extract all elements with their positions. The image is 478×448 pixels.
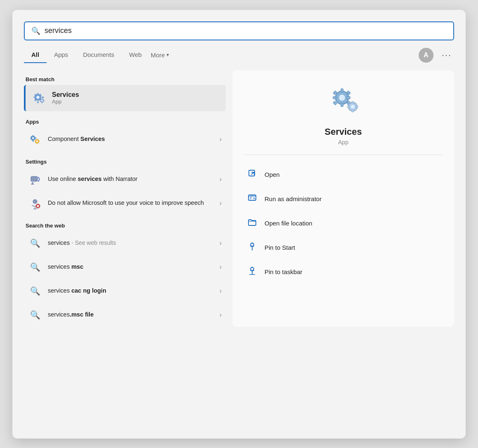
search-icon-1: 🔍 xyxy=(28,236,42,250)
action-open-label: Open xyxy=(265,171,280,178)
action-pin-start-label: Pin to Start xyxy=(265,244,295,251)
svg-point-48 xyxy=(351,105,355,109)
settings-section-label: Settings xyxy=(26,159,226,165)
user-avatar[interactable]: A xyxy=(419,48,433,63)
svg-rect-30 xyxy=(31,184,34,185)
svg-rect-26 xyxy=(35,141,36,141)
rp-title: Services xyxy=(325,127,362,137)
svg-point-38 xyxy=(339,94,345,101)
tab-all[interactable]: All xyxy=(24,48,47,63)
web-search-cacng-item[interactable]: 🔍 services cac ng login › xyxy=(24,279,226,303)
svg-rect-18 xyxy=(33,135,33,137)
chevron-right-icon: › xyxy=(220,136,222,143)
open-icon xyxy=(246,169,258,180)
svg-rect-5 xyxy=(42,96,44,98)
search-bar: 🔍 xyxy=(24,21,454,40)
svg-rect-28 xyxy=(31,176,37,181)
svg-rect-2 xyxy=(37,93,39,95)
svg-point-17 xyxy=(32,137,34,139)
search-input[interactable] xyxy=(45,26,447,35)
apps-section-label: Apps xyxy=(26,119,226,125)
action-pin-taskbar[interactable]: Pin to taskbar xyxy=(244,260,443,284)
tab-more[interactable]: More ▾ xyxy=(149,48,176,63)
svg-rect-13 xyxy=(42,102,42,103)
pin-start-icon xyxy=(246,242,258,253)
action-open-file-location-label: Open file location xyxy=(265,220,312,227)
svg-rect-41 xyxy=(333,96,337,99)
folder-icon xyxy=(246,218,258,229)
voice-privacy-text: Do not allow Microsoft to use your voice… xyxy=(48,199,214,207)
rp-actions: Open Run as administrator xyxy=(244,162,443,284)
tab-web[interactable]: Web xyxy=(122,48,149,63)
action-open-file-location[interactable]: Open file location xyxy=(244,211,443,235)
search-panel: 🔍 All Apps Documents Web More ▾ A ··· xyxy=(12,10,466,439)
action-open[interactable]: Open xyxy=(244,162,443,187)
admin-icon xyxy=(246,193,258,204)
svg-rect-4 xyxy=(34,96,36,98)
chevron-right-icon-6: › xyxy=(220,287,222,295)
chevron-down-icon: ▾ xyxy=(166,52,169,58)
options-button[interactable]: ··· xyxy=(439,48,454,62)
web-search-msc-text: services msc xyxy=(48,263,214,271)
svg-rect-50 xyxy=(352,109,354,112)
svg-rect-51 xyxy=(347,106,350,108)
voice-icon xyxy=(28,196,42,210)
left-panel: Best match xyxy=(24,70,226,327)
web-search-mscfile-item[interactable]: 🔍 services.msc file › xyxy=(24,303,226,327)
tab-apps[interactable]: Apps xyxy=(47,48,75,63)
chevron-right-icon-4: › xyxy=(220,239,222,247)
chevron-right-icon-5: › xyxy=(220,263,222,271)
svg-rect-49 xyxy=(352,101,354,104)
action-run-admin[interactable]: Run as administrator xyxy=(244,187,443,211)
chevron-right-icon-2: › xyxy=(220,176,222,183)
best-match-label: Best match xyxy=(26,76,226,82)
component-services-text: Component Services xyxy=(48,135,214,143)
svg-point-23 xyxy=(36,140,38,142)
svg-rect-15 xyxy=(43,100,45,101)
search-icon-2: 🔍 xyxy=(28,260,42,274)
rp-sub: App xyxy=(338,139,349,145)
search-icon-4: 🔍 xyxy=(28,308,42,322)
svg-rect-12 xyxy=(42,98,42,99)
web-search-mscfile-text: services.msc file xyxy=(48,310,214,319)
main-content: Best match xyxy=(24,70,454,327)
svg-rect-39 xyxy=(341,89,343,92)
action-pin-taskbar-label: Pin to taskbar xyxy=(265,268,302,275)
component-services-item[interactable]: Component Services › xyxy=(24,127,226,151)
action-run-admin-label: Run as administrator xyxy=(265,195,321,202)
narrator-icon xyxy=(28,172,42,186)
svg-point-1 xyxy=(37,96,40,99)
svg-rect-53 xyxy=(249,170,255,176)
svg-rect-52 xyxy=(356,106,358,108)
voice-privacy-item[interactable]: Do not allow Microsoft to use your voice… xyxy=(24,191,226,215)
svg-rect-42 xyxy=(347,96,350,99)
narrator-services-text: Use online services with Narrator xyxy=(48,175,214,183)
tab-documents[interactable]: Documents xyxy=(75,48,122,63)
svg-rect-25 xyxy=(37,143,37,144)
search-icon: 🔍 xyxy=(31,26,40,35)
web-search-msc-item[interactable]: 🔍 services msc › xyxy=(24,255,226,279)
svg-rect-14 xyxy=(40,100,41,101)
chevron-right-icon-7: › xyxy=(220,311,222,319)
best-match-text: Services App xyxy=(52,91,79,105)
narrator-services-item[interactable]: Use online services with Narrator › xyxy=(24,167,226,191)
rp-top: Services App xyxy=(244,83,443,155)
action-pin-start[interactable]: Pin to Start xyxy=(244,235,443,260)
pin-taskbar-icon xyxy=(246,266,258,277)
tabs-right: A ··· xyxy=(419,48,454,63)
search-icon-3: 🔍 xyxy=(28,284,42,298)
svg-point-11 xyxy=(41,100,43,101)
svg-point-31 xyxy=(33,199,37,204)
svg-rect-19 xyxy=(33,141,33,142)
component-services-icon xyxy=(28,132,42,146)
services-large-icon xyxy=(325,83,362,122)
web-search-cacng-text: services cac ng login xyxy=(48,286,214,295)
svg-rect-40 xyxy=(341,103,343,107)
best-match-item[interactable]: Services App xyxy=(24,85,226,111)
web-search-services-item[interactable]: 🔍 services - See web results › xyxy=(24,231,226,255)
svg-rect-20 xyxy=(30,137,32,138)
right-panel: Services App Open xyxy=(232,70,454,327)
web-search-services-text: services - See web results xyxy=(48,239,214,247)
chevron-right-icon-3: › xyxy=(220,199,222,207)
svg-rect-24 xyxy=(37,139,37,140)
